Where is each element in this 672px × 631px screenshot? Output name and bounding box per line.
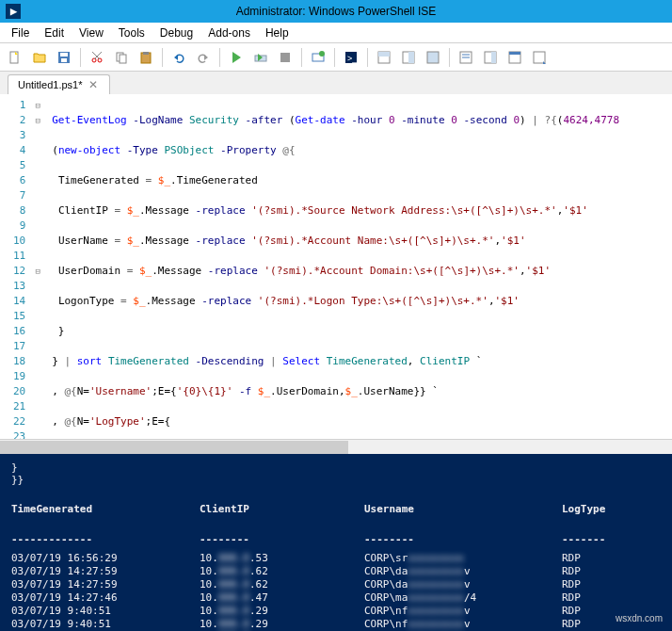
svg-rect-35 [534,52,545,63]
undo-icon[interactable] [168,46,190,69]
new-remote-tab-icon[interactable] [307,46,329,69]
show-script-max-icon[interactable] [422,46,444,69]
tab-bar: Untitled1.ps1* ✕ [0,72,672,94]
show-addons-icon[interactable] [528,46,551,69]
table-row: 03/07/19 16:56:2910.000.0.53CORP\srxxxxx… [11,552,661,565]
svg-point-20 [319,51,325,57]
svg-rect-12 [143,52,149,55]
menubar: File Edit View Tools Debug Add-ons Help [0,23,672,43]
powershell-icon[interactable]: >_ [340,46,362,69]
separator [334,48,335,67]
console-table-header: TimeGenerated ClientIP Username LogType [11,503,661,516]
new-icon[interactable] [4,46,26,69]
open-icon[interactable] [28,46,51,69]
table-row: 03/07/19 14:27:5910.000.0.62CORP\daxxxxx… [11,565,661,578]
col-header-ip: ClientIP [200,503,364,516]
window-title: Administrator: Windows PowerShell ISE [236,5,437,18]
console-table-divider: ------------------------------------ [11,533,661,546]
line-numbers: 1234567891011121314151617181920212223 [0,94,31,439]
cut-icon[interactable] [86,46,108,69]
watermark: wsxdn.com [616,613,663,623]
app-icon: ▶ [6,4,21,19]
console-output-braces: } }} [11,461,661,486]
svg-rect-26 [408,52,414,63]
svg-rect-24 [378,52,390,57]
window-titlebar: ▶ Administrator: Windows PowerShell ISE [0,0,672,23]
show-command-addon-icon[interactable] [479,46,502,69]
menu-addons[interactable]: Add-ons [200,24,258,42]
svg-marker-15 [232,52,241,63]
separator [162,48,163,67]
show-toolbar-icon[interactable] [504,46,526,69]
svg-rect-34 [509,52,520,55]
copy-icon[interactable] [110,46,133,69]
save-icon[interactable] [53,46,75,69]
run-selection-icon[interactable] [249,46,272,69]
separator [80,48,81,67]
close-icon[interactable]: ✕ [88,78,98,91]
menu-edit[interactable]: Edit [37,24,72,42]
console-pane[interactable]: } }} TimeGenerated ClientIP Username Log… [0,454,672,631]
console-rows: 03/07/19 16:56:2910.000.0.53CORP\srxxxxx… [11,552,661,631]
separator [219,48,220,67]
table-row: 03/07/19 9:40:5110.000.0.29CORP\nfxxxxxx… [11,618,661,631]
svg-rect-27 [427,52,439,63]
menu-debug[interactable]: Debug [152,24,200,42]
toolbar: >_ [0,43,672,72]
separator [449,48,450,67]
svg-text:>_: >_ [347,54,358,63]
separator [301,48,302,67]
svg-marker-14 [204,55,208,60]
svg-rect-32 [491,52,496,63]
tab-label: Untitled1.ps1* [18,79,83,90]
show-command-icon[interactable] [455,46,477,69]
horizontal-scrollbar[interactable] [0,439,672,454]
script-editor[interactable]: 1234567891011121314151617181920212223 ⊟⊟… [0,94,672,439]
svg-rect-10 [120,55,126,63]
table-row: 03/07/19 14:27:4610.000.0.47CORP\maxxxxx… [11,591,661,605]
col-header-time: TimeGenerated [11,503,200,516]
table-row: 03/07/19 14:27:5910.000.0.62CORP\daxxxxx… [11,578,661,591]
svg-rect-3 [60,53,68,57]
menu-view[interactable]: View [72,24,111,42]
menu-file[interactable]: File [4,24,37,42]
svg-marker-13 [174,55,178,60]
menu-tools[interactable]: Tools [111,24,152,42]
paste-icon[interactable] [135,46,157,69]
svg-rect-18 [280,53,290,62]
fold-column: ⊟⊟⊟ [31,94,44,439]
scrollbar-thumb[interactable] [0,441,348,454]
stop-icon[interactable] [274,46,296,69]
show-script-icon[interactable] [373,46,395,69]
menu-help[interactable]: Help [258,24,296,42]
col-header-user: Username [364,503,562,516]
col-header-log: LogType [562,503,637,516]
tab-untitled[interactable]: Untitled1.ps1* ✕ [8,74,110,94]
show-script-right-icon[interactable] [397,46,420,69]
table-row: 03/07/19 9:40:5110.000.0.29CORP\nfxxxxxx… [11,605,661,618]
code-area[interactable]: Get-EventLog -LogName Security -after (G… [44,94,627,439]
run-icon[interactable] [225,46,248,69]
svg-rect-4 [61,58,67,62]
redo-icon[interactable] [192,46,215,69]
separator [367,48,368,67]
